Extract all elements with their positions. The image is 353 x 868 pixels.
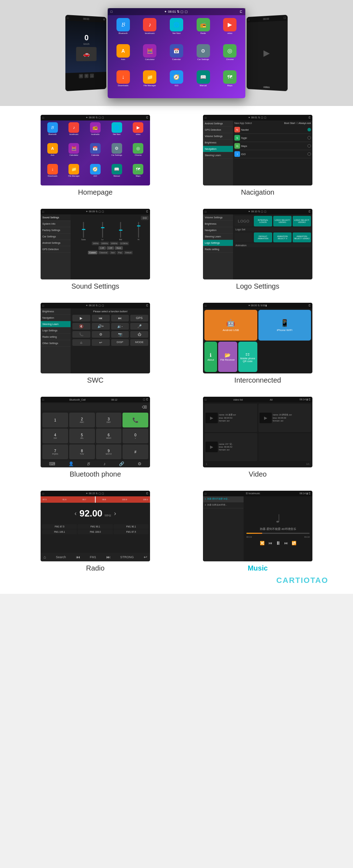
swc-btn-gps[interactable]: GPS — [130, 315, 148, 321]
sound-sidebar-car[interactable]: Car Settings — [41, 234, 71, 240]
interconn-file-receiver[interactable]: 📂 File Receiver — [218, 342, 237, 372]
bt-bottom-music-icon[interactable]: ♪ — [103, 461, 106, 466]
swc-sidebar-steering[interactable]: Steering Learn — [41, 321, 71, 327]
bt-key-6[interactable]: 6MNO — [96, 429, 122, 443]
bt-bottom-bt-icon[interactable]: 𝓑 — [87, 461, 90, 466]
home-icon-localradio[interactable]: 📻localradio — [85, 122, 106, 142]
nav-sidebar-navigation[interactable]: Navigation — [203, 146, 233, 152]
home-icon-video[interactable]: ▶video — [128, 122, 148, 142]
hero-app-localmusic[interactable]: ♪ localmusic — [137, 18, 163, 43]
hero-app-manual[interactable]: 📖 Manual — [191, 70, 216, 95]
home-icon-carsettings[interactable]: ⚙Car Settings — [107, 143, 127, 163]
video-item-3[interactable]: ▶ name: 24一定.. time: 00:06:42 formart: a… — [204, 433, 257, 461]
bt-backspace-icon[interactable]: ⌫ — [142, 405, 147, 409]
radio-preset-3[interactable]: FM1 90.1 — [114, 524, 149, 529]
sound-preset-classical[interactable]: Classical — [98, 251, 109, 254]
hero-app-filemanager[interactable]: 📁 File Manager — [137, 70, 163, 95]
bt-key-0plus[interactable]: 0+ — [122, 429, 148, 443]
radio-ctrl-back[interactable]: ↩ — [144, 555, 147, 560]
radio-preset-6[interactable]: FM1 87.5 — [114, 530, 149, 534]
sound-preset-jazz[interactable]: Jazz — [109, 251, 116, 254]
swc-btn-settings2[interactable]: ⚙ — [92, 331, 110, 338]
sound-sidebar-factory[interactable]: Factory Settings — [41, 227, 71, 234]
hero-app-radio[interactable]: 📻 Radio — [191, 18, 216, 43]
bt-key-7[interactable]: 7PQRS — [42, 444, 68, 459]
hero-app-calculator[interactable]: 🧮 Calculator — [137, 44, 163, 69]
sound-sidebar-sound[interactable]: Sound Settings — [41, 214, 71, 221]
bt-key-4[interactable]: 4GH — [42, 429, 68, 443]
radio-preset-1[interactable]: FM1 87.5 — [42, 524, 77, 529]
sound-freq-1000b[interactable]: 1000Hz — [110, 242, 119, 245]
radio-ctrl-prev[interactable]: ⏮ — [76, 555, 80, 560]
swc-btn-prev[interactable]: ⏮ — [92, 315, 110, 321]
music-ctrl-shuffle[interactable]: 🔀 — [260, 541, 265, 545]
bt-key-call[interactable]: 📞 — [122, 413, 148, 427]
sound-sidebar-system[interactable]: System Info — [41, 221, 71, 227]
swc-sidebar-other[interactable]: Other Settings — [41, 340, 71, 347]
sound-freq-1000[interactable]: 1000Hz — [100, 242, 109, 245]
radio-preset-2[interactable]: FM1 90.1 — [78, 524, 113, 529]
home-icon-chrome[interactable]: ◎Chrome — [128, 143, 148, 163]
interconn-about[interactable]: ℹ About — [204, 342, 217, 372]
swc-btn-disp[interactable]: DISP — [111, 339, 129, 346]
music-ctrl-prev[interactable]: ⏮ — [268, 541, 272, 545]
swc-btn-voldown[interactable]: 🔉- — [111, 323, 129, 330]
home-icon-downloads[interactable]: ↓Downloads — [42, 164, 63, 184]
swc-sidebar-brightness[interactable]: Brightness — [41, 308, 71, 315]
swc-btn-phone[interactable]: 📞 — [72, 331, 90, 338]
video-item-2[interactable]: ▶ name: 20.梦想鱼.avi time: 00:05:09 formar… — [258, 404, 311, 432]
logo-sidebar-radio[interactable]: Radio setting — [203, 246, 233, 253]
radio-preset-5[interactable]: FM1 108.0 — [78, 530, 113, 534]
radio-next-btn[interactable]: › — [114, 510, 116, 517]
home-icon-netnavi[interactable]: 🌐Net Navi — [107, 122, 127, 142]
swc-btn-mute[interactable]: 🔇 — [72, 323, 90, 330]
swc-btn-play[interactable]: ▶ — [72, 315, 90, 321]
sound-sidebar-gps[interactable]: GPS Detection — [41, 246, 71, 253]
bt-key-5[interactable]: 5JKL — [69, 429, 95, 443]
swc-sidebar-radio[interactable]: Radio setting — [41, 334, 71, 340]
video-item-1[interactable]: ▶ name: 16.迷爱.avi time: 00:04:53 formart… — [204, 404, 257, 432]
bt-key-1[interactable]: 1 — [42, 413, 68, 427]
swc-btn-photo[interactable]: 📷 — [111, 331, 129, 338]
logo-sidebar-steering[interactable]: Steering Learn — [203, 234, 233, 240]
swc-sidebar-logo[interactable]: Logo Settings — [41, 327, 71, 334]
swc-btn-power[interactable]: ⏻ — [130, 331, 148, 338]
nav-sidebar-gps[interactable]: GPS Detection — [203, 127, 233, 133]
sound-preset-pop[interactable]: Pop — [117, 251, 123, 254]
bt-key-9[interactable]: 9WXYZ — [96, 444, 122, 459]
home-icon-maps[interactable]: 🗺Maps — [128, 164, 148, 184]
sound-freq-160[interactable]: 160Hz — [92, 242, 100, 245]
logo-sidebar-volume[interactable]: Volume Settings — [203, 214, 233, 221]
bt-key-2[interactable]: 2ABC — [69, 413, 95, 427]
swc-btn-next[interactable]: ⏭ — [111, 315, 129, 321]
radio-ctrl-home[interactable]: ⌂ — [43, 555, 46, 560]
hero-app-bluetooth[interactable]: 𝓑 Bluetooth — [110, 18, 136, 43]
hero-app-video[interactable]: ▶ video — [217, 18, 243, 43]
nav-sidebar-steering[interactable]: Steering Learn — [203, 152, 233, 159]
home-icon-avin[interactable]: AAvin — [42, 143, 63, 163]
hero-app-avin[interactable]: A Avin — [110, 44, 136, 69]
home-icon-igo[interactable]: 🧭iGO — [85, 164, 106, 184]
logo-sidebar-logo[interactable]: Logo Settings — [203, 240, 233, 246]
bt-key-8[interactable]: 8TUV — [69, 444, 95, 459]
bt-bottom-contacts-icon[interactable]: 👤 — [68, 461, 74, 466]
sound-freq-12[interactable]: 12.5KHz — [119, 242, 129, 245]
music-ctrl-next[interactable]: ⏭ — [284, 541, 288, 545]
home-icon-localmusic[interactable]: ♪localmusic — [64, 122, 84, 142]
nav-sidebar-volume[interactable]: Volume Settings — [203, 133, 233, 140]
bt-key-3[interactable]: 3DEF — [96, 413, 122, 427]
radio-ctrl-next[interactable]: ⏭ — [106, 555, 110, 560]
hero-app-igo[interactable]: 🧭 IGO — [164, 70, 189, 95]
sound-sidebar-android[interactable]: Android Settings — [41, 240, 71, 246]
sound-default-btn[interactable]: Default — [124, 251, 133, 254]
hero-app-netnavi[interactable]: 🌐 Net Navi — [164, 18, 189, 43]
music-ctrl-repeat[interactable]: 🔁 — [292, 541, 297, 545]
bt-key-hash[interactable]: # — [122, 444, 148, 459]
radio-ctrl-strong[interactable]: STRONG — [120, 555, 134, 559]
swc-btn-home[interactable]: ⌂ — [72, 339, 90, 346]
hero-app-maps[interactable]: 🗺 Maps — [217, 70, 243, 95]
logo-sidebar-navigation[interactable]: Navigation — [203, 227, 233, 234]
hero-app-chrome[interactable]: ◎ Chrome — [217, 44, 243, 69]
interconn-iphone-wifi[interactable]: 📱 iPhone WIFI — [258, 310, 311, 341]
music-track-2[interactable]: 2. 孙露-别再说3D环绕... — [203, 502, 244, 508]
